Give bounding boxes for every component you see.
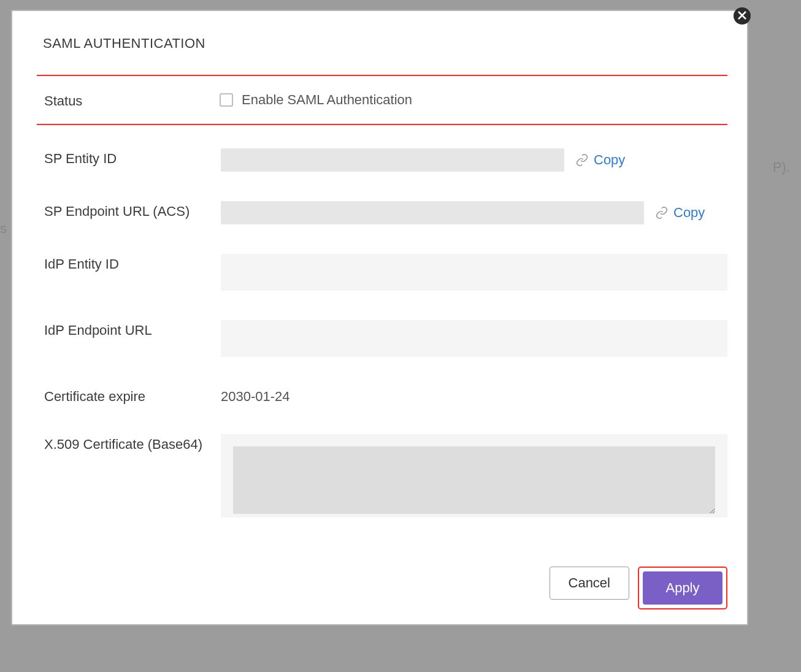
- link-icon: [575, 153, 589, 167]
- row-idp-endpoint: IdP Endpoint URL: [37, 320, 727, 357]
- sp-endpoint-value[interactable]: [221, 201, 644, 224]
- idp-endpoint-input[interactable]: [221, 320, 727, 357]
- cert-expire-label: Certificate expire: [37, 386, 221, 405]
- status-label: Status: [37, 91, 220, 109]
- sp-endpoint-copy-button[interactable]: Copy: [655, 205, 705, 221]
- apply-button[interactable]: Apply: [643, 571, 722, 605]
- sp-entity-id-value[interactable]: [221, 148, 564, 172]
- x509-wrap: [221, 434, 727, 517]
- enable-saml-checkbox[interactable]: [220, 93, 233, 107]
- apply-highlight: Apply: [638, 567, 727, 609]
- link-icon: [655, 206, 669, 220]
- cert-expire-value: 2030-01-24: [221, 386, 290, 405]
- copy-label: Copy: [594, 152, 625, 168]
- sp-entity-id-copy-button[interactable]: Copy: [575, 152, 625, 168]
- cancel-button[interactable]: Cancel: [550, 567, 629, 600]
- saml-auth-modal: SAML AUTHENTICATION Status Enable SAML A…: [11, 10, 748, 625]
- row-sp-endpoint: SP Endpoint URL (ACS) Copy: [37, 201, 727, 224]
- copy-label: Copy: [673, 205, 705, 221]
- row-x509: X.509 Certificate (Base64): [37, 434, 727, 517]
- modal-title: SAML AUTHENTICATION: [43, 36, 727, 52]
- row-status: Status Enable SAML Authentication: [37, 75, 727, 125]
- form-body: Status Enable SAML Authentication SP Ent…: [37, 75, 727, 543]
- sp-entity-id-label: SP Entity ID: [37, 148, 221, 167]
- idp-entity-id-label: IdP Entity ID: [37, 254, 221, 272]
- close-icon: [738, 10, 746, 23]
- idp-endpoint-label: IdP Endpoint URL: [37, 320, 221, 338]
- x509-textarea[interactable]: [233, 446, 715, 514]
- x509-label: X.509 Certificate (Base64): [37, 434, 221, 452]
- close-button[interactable]: [734, 7, 751, 25]
- idp-entity-id-input[interactable]: [221, 254, 727, 291]
- modal-footer: Cancel Apply: [37, 543, 727, 609]
- sp-endpoint-label: SP Endpoint URL (ACS): [37, 201, 221, 220]
- row-sp-entity-id: SP Entity ID Copy: [37, 148, 727, 172]
- enable-saml-checkbox-label: Enable SAML Authentication: [242, 92, 412, 108]
- row-idp-entity-id: IdP Entity ID: [37, 254, 727, 291]
- row-cert-expire: Certificate expire 2030-01-24: [37, 386, 727, 405]
